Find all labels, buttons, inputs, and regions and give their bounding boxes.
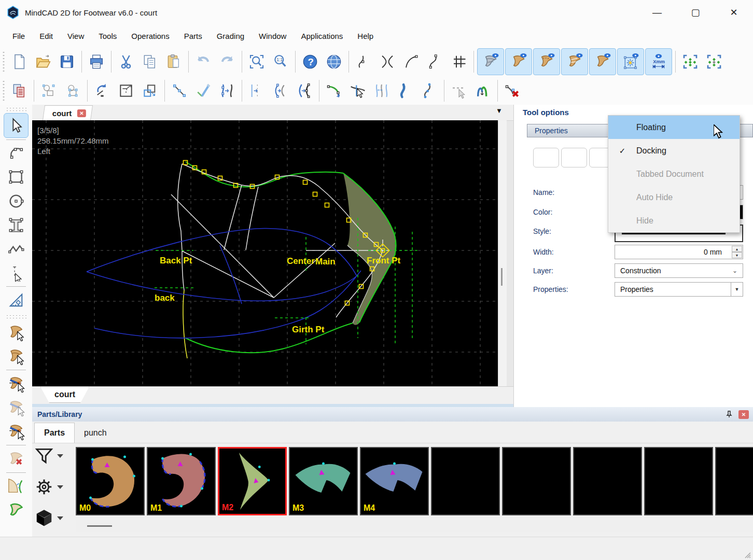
zoom-window-button[interactable] [245, 49, 269, 74]
properties-dropdown[interactable]: Properties ▼ [615, 282, 743, 297]
ghost-pick-button[interactable] [447, 78, 471, 103]
part-slot-empty[interactable] [644, 447, 713, 515]
menu-tools[interactable]: Tools [91, 29, 124, 44]
parts-filter-control[interactable] [34, 446, 76, 466]
tab-list-dropdown-icon[interactable]: ▼ [496, 107, 503, 115]
toolbar-grip-2[interactable] [2, 80, 5, 102]
preset-box-1[interactable] [533, 148, 559, 167]
part-thumbnail-m2-selected[interactable]: M2 [218, 447, 287, 515]
rectangle-tool-button[interactable] [4, 165, 28, 189]
copy-properties-button[interactable] [7, 78, 31, 103]
part-thumbnail-m0[interactable]: M0 [76, 447, 145, 515]
sidebar-grip-2[interactable] [6, 314, 26, 318]
grid-toggle-button[interactable] [447, 49, 471, 74]
part-view-3-button[interactable] [561, 48, 588, 75]
width-input[interactable]: 0 mm ▲▼ [615, 245, 743, 259]
width-spin-down-icon[interactable]: ▼ [732, 252, 742, 258]
menu-operations[interactable]: Operations [124, 29, 176, 44]
join-chevrons-points-button[interactable] [292, 78, 316, 103]
menu-file[interactable]: File [5, 29, 32, 44]
paste-button[interactable] [162, 49, 186, 74]
part-delete-button[interactable] [4, 447, 28, 471]
part-thumbnail-m3[interactable]: M3 [289, 447, 358, 515]
curve-points-button[interactable] [417, 78, 441, 103]
menu-edit[interactable]: Edit [32, 29, 60, 44]
toolbar-grip[interactable] [2, 51, 5, 73]
menu-help[interactable]: Help [350, 29, 381, 44]
width-spin-up-icon[interactable]: ▲ [732, 246, 742, 252]
part-slot-empty[interactable] [502, 447, 571, 515]
circle-tool-button[interactable] [4, 189, 28, 213]
scale-rect-button[interactable] [138, 78, 162, 103]
cut-button[interactable] [114, 49, 138, 74]
parts-panel-close-icon[interactable]: ✕ [738, 410, 749, 419]
curve-tool-button[interactable] [4, 142, 28, 165]
select-group-points-button[interactable] [61, 78, 85, 103]
part-split-2-button[interactable] [4, 419, 28, 443]
menu-applications[interactable]: Applications [294, 29, 350, 44]
part-thumbnail-m1[interactable]: M1 [147, 447, 216, 515]
parts-scrollbar-thumb[interactable] [87, 525, 112, 527]
spline-points-button[interactable] [423, 49, 447, 74]
part-slot-empty[interactable] [431, 447, 500, 515]
part-tool-1-button[interactable] [4, 320, 28, 344]
part-slot-empty[interactable] [573, 447, 642, 515]
zoom-actual-button[interactable]: 1:1 [269, 49, 292, 74]
copy-button[interactable] [138, 49, 162, 74]
part-outline-button[interactable] [4, 498, 28, 522]
parts-horizontal-scrollbar[interactable] [76, 520, 753, 532]
curve-flow-button[interactable] [215, 78, 239, 103]
sidebar-grip[interactable] [6, 107, 26, 111]
rotate-button[interactable] [90, 78, 114, 103]
canvas-vertical-scrollbar[interactable] [498, 120, 507, 386]
pick-curve-button[interactable] [346, 78, 370, 103]
measure-xmm-button[interactable]: Xmm [645, 48, 672, 75]
undo-button[interactable] [191, 49, 215, 74]
flash-view-button[interactable] [617, 48, 644, 75]
menu-item-docking[interactable]: ✓ Docking [608, 139, 740, 162]
internet-button[interactable] [322, 49, 346, 74]
part-edge-button[interactable] [4, 474, 28, 498]
ruler-tool-button[interactable] [4, 288, 28, 312]
multi-curves-button[interactable] [370, 78, 394, 103]
arc-tool-button[interactable] [399, 49, 423, 74]
tab-punch[interactable]: punch [75, 423, 116, 443]
part-slot-empty[interactable] [715, 447, 753, 515]
tab-parts[interactable]: Parts [34, 423, 75, 443]
cross-splines-button[interactable] [375, 49, 399, 74]
preset-box-2[interactable] [561, 148, 587, 167]
smooth-check-button[interactable] [191, 78, 215, 103]
parts-3d-control[interactable] [34, 508, 76, 528]
fold-curve-button[interactable] [471, 78, 495, 103]
parts-settings-control[interactable] [34, 477, 76, 497]
properties-dropdown-arrow-icon[interactable]: ▼ [731, 283, 743, 296]
document-tab-court[interactable]: court ✕ [43, 105, 93, 120]
new-file-button[interactable] [7, 49, 31, 74]
minimize-button[interactable]: — [645, 4, 669, 21]
part-view-1-button[interactable] [505, 48, 532, 75]
sheet-tab-court[interactable]: court [40, 387, 89, 403]
print-button[interactable] [85, 49, 108, 74]
part-split-button[interactable] [4, 372, 28, 396]
layer-dropdown[interactable]: Construction ⌄ [615, 263, 743, 278]
arc-direction-button[interactable] [322, 78, 346, 103]
open-file-button[interactable] [31, 49, 55, 74]
redo-button[interactable] [215, 49, 239, 74]
select-group-button[interactable] [37, 78, 61, 103]
part-tool-2-button[interactable] [4, 344, 28, 368]
menu-window[interactable]: Window [252, 29, 294, 44]
part-view-4-button[interactable] [589, 48, 616, 75]
close-button[interactable]: ✕ [722, 4, 746, 21]
menu-grading[interactable]: Grading [210, 29, 252, 44]
line-handles-button[interactable] [168, 78, 191, 103]
join-chevrons-button[interactable] [269, 78, 292, 103]
canvas-scrollbar-thumb[interactable] [501, 268, 503, 286]
drawing-canvas[interactable]: [3/5/8] 258.15mm/72.48mm Left Back Pt Ce… [32, 120, 498, 386]
parts-library-header[interactable]: Parts/Library ✕ [32, 407, 753, 422]
menu-view[interactable]: View [60, 29, 91, 44]
pin-icon[interactable] [725, 410, 733, 418]
part-split-faded-button[interactable] [4, 396, 28, 419]
select-tool-button[interactable] [4, 113, 29, 138]
resize-grip-icon[interactable] [743, 550, 751, 558]
resize-button[interactable] [114, 78, 138, 103]
